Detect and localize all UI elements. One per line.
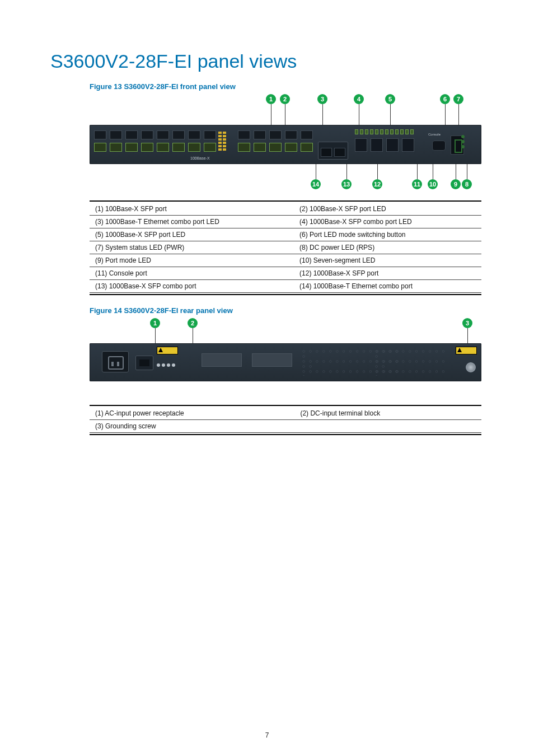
callout-10: 10 (428, 179, 438, 189)
legend-cell: (12) 1000Base-X SFP port (294, 267, 481, 280)
warn-label-right (456, 347, 477, 354)
combo-port (318, 142, 348, 160)
legend-cell: (2) 100Base-X SFP port LED (294, 203, 481, 216)
rear-callout-3: 3 (462, 318, 472, 328)
figure13-legend: (1) 100Base-X SFP port(2) 100Base-X SFP … (90, 200, 481, 295)
legend-cell (294, 420, 481, 433)
led-strip-sfp2 (395, 129, 414, 134)
callout-8: 8 (462, 179, 472, 189)
warn-label-left (157, 347, 178, 354)
dc-input-terminal (135, 356, 153, 370)
callout-13: 13 (341, 179, 352, 189)
figure13-caption: Figure 13 S3600V2-28F-EI front panel vie… (90, 82, 484, 91)
callout-14: 14 (311, 179, 321, 189)
rear-chassis: ○ ○ ○ ○ ○ ○ ○ ○ ○ ○ ○ ○ ○ ○ ○ ○ ○ ○ ○ ○ … (90, 343, 481, 381)
legend-cell: (13) 1000Base-X SFP combo port (90, 280, 294, 293)
rating-dots (157, 363, 175, 367)
figure14-legend: (1) AC-input power receptacle(2) DC-inpu… (90, 405, 481, 435)
console-label: Console (428, 133, 441, 136)
sfp-row-mid (238, 130, 313, 152)
ac-input-receptacle (102, 351, 129, 372)
led-strip-combo (355, 129, 373, 134)
callout-1: 1 (266, 94, 276, 104)
legend-cell: (4) 1000Base-X SFP combo port LED (294, 216, 481, 228)
legend-cell: (10) Seven-segment LED (294, 254, 481, 267)
sfp-1000-pair (386, 138, 414, 152)
sfp-row-left (94, 130, 216, 152)
callout-3: 3 (317, 94, 327, 104)
rear-callout-2: 2 (188, 318, 198, 328)
led-strip-sfp1 (375, 129, 394, 134)
callout-12: 12 (372, 179, 382, 189)
console-port (432, 141, 446, 151)
legend-cell: (3) 1000Base-T Ethernet combo port LED (90, 216, 294, 228)
chassis-text-100basex: 100Base-X (190, 156, 210, 160)
sfp-combo-pair (355, 138, 383, 152)
legend-cell: (1) 100Base-X SFP port (90, 203, 294, 216)
status-leds (461, 134, 477, 149)
figure13-image: 1 2 3 4 5 6 7 8 (90, 94, 481, 195)
figure14-caption: Figure 14 S3600V2-28F-EI rear panel view (90, 306, 484, 315)
callout-9: 9 (451, 179, 461, 189)
legend-cell: (11) Console port (90, 267, 294, 280)
led-block-left (218, 132, 234, 154)
figure14-image: 1 2 3 (90, 318, 481, 399)
page-title: S3600V2-28F-EI panel views (50, 50, 484, 72)
callout-2: 2 (280, 94, 290, 104)
chassis-sticker-1 (202, 353, 242, 367)
legend-cell: (5) 1000Base-X SFP port LED (90, 228, 294, 241)
chassis-sticker-2 (252, 353, 292, 367)
callout-11: 11 (412, 179, 422, 189)
grounding-screw (466, 362, 476, 372)
callout-7: 7 (453, 94, 463, 104)
vent-grille-2: ○ ○ ○ ○ ○ ○ ○ ○ ○ ○ ○ ○ ○ ○ ○ ○ ○ ○ ○ ○ … (375, 349, 448, 376)
legend-cell: (8) DC power LED (RPS) (294, 241, 481, 254)
legend-cell: (1) AC-input power receptacle (90, 407, 294, 420)
callout-4: 4 (354, 94, 364, 104)
legend-cell: (14) 1000Base-T Ethernet combo port (294, 280, 481, 293)
rear-callout-1: 1 (150, 318, 160, 328)
legend-cell: (7) System status LED (PWR) (90, 241, 294, 254)
legend-cell: (2) DC-input terminal block (294, 407, 481, 420)
legend-cell: (3) Grounding screw (90, 420, 294, 433)
page-number: 7 (0, 731, 534, 739)
front-chassis: 100Base-X (90, 125, 481, 164)
callout-5: 5 (385, 94, 395, 104)
callout-6: 6 (440, 94, 450, 104)
legend-cell: (9) Port mode LED (90, 254, 294, 267)
legend-cell: (6) Port LED mode switching button (294, 228, 481, 241)
